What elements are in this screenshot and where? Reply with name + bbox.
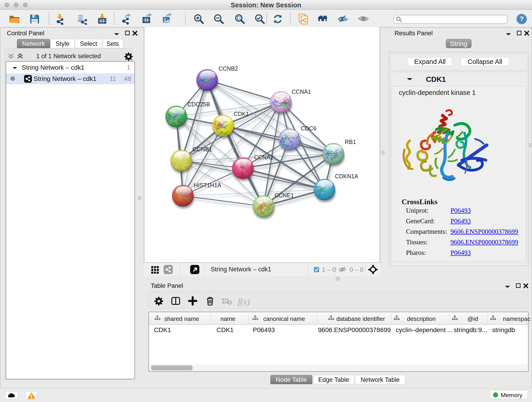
svg-text:CDC6: CDC6: [301, 125, 317, 132]
svg-text:CDKN1A: CDKN1A: [335, 173, 358, 179]
svg-text:?: ?: [520, 15, 524, 22]
svg-text:HIST1H1A: HIST1H1A: [194, 182, 221, 188]
svg-text:CCNE1: CCNE1: [274, 192, 294, 198]
svg-text:CDK1: CDK1: [234, 111, 249, 117]
svg-text:RB1: RB1: [345, 139, 356, 145]
svg-text:CCNA1: CCNA1: [292, 89, 311, 95]
svg-text:CCNB2: CCNB2: [219, 65, 238, 72]
svg-text:CCNB1: CCNB1: [193, 146, 212, 153]
svg-text:CCNA2: CCNA2: [254, 154, 273, 160]
svg-text:CDC25B: CDC25B: [187, 101, 210, 108]
